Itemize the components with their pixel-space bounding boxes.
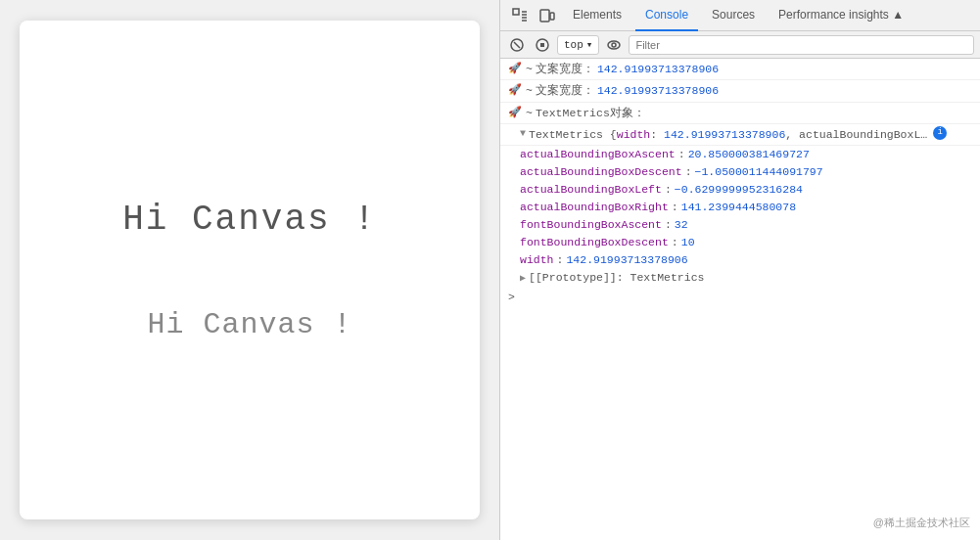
console-object-summary[interactable]: ▼ TextMetrics {width: 142.91993713378906…: [500, 124, 980, 146]
canvas-panel: Hi Canvas ! Hi Canvas !: [0, 0, 499, 540]
inspect-element-icon[interactable]: [508, 4, 532, 27]
device-toggle-icon[interactable]: [536, 4, 559, 27]
rocket-icon-2: 🚀: [508, 82, 522, 99]
prop-actualBoundingBoxLeft: actualBoundingBoxLeft : −0.6299999952316…: [520, 181, 980, 199]
watermark: @稀土掘金技术社区: [873, 516, 970, 530]
prop-width: width : 142.91993713378906: [520, 251, 980, 269]
rocket-icon-1: 🚀: [508, 61, 522, 77]
prop-fontBoundingBoxDescent: fontBoundingBoxDescent : 10: [520, 234, 980, 251]
info-icon: i: [933, 126, 947, 140]
prop-fontBoundingBoxAscent: fontBoundingBoxAscent : 32: [520, 216, 980, 234]
prop-actualBoundingBoxAscent: actualBoundingBoxAscent : 20.85000038146…: [520, 146, 980, 163]
canvas-text-2: Hi Canvas !: [147, 308, 351, 341]
object-summary-text: TextMetrics {width: 142.91993713378906, …: [529, 126, 927, 143]
rocket-icon-3: 🚀: [508, 105, 522, 121]
svg-point-11: [608, 41, 620, 49]
eye-icon[interactable]: [603, 34, 625, 56]
stop-icon[interactable]: [532, 34, 553, 56]
filter-input[interactable]: [629, 35, 974, 55]
console-log-line-3-header: 🚀 ~ TextMetrics对象：: [500, 103, 980, 124]
clear-console-icon[interactable]: [506, 34, 528, 56]
context-selector[interactable]: top ▾: [557, 35, 599, 55]
devtools-panel: Elements Console Sources Performance ins…: [499, 0, 980, 540]
canvas-text-1: Hi Canvas !: [122, 200, 377, 240]
console-log-line-1: 🚀 ~ 文案宽度： 142.91993713378906: [500, 59, 980, 80]
context-label: top: [564, 39, 583, 51]
tab-performance[interactable]: Performance insights ▲: [769, 0, 913, 31]
prop-actualBoundingBoxRight: actualBoundingBoxRight : 141.23994445800…: [520, 199, 980, 216]
tab-console[interactable]: Console: [635, 0, 698, 31]
console-log-line-2: 🚀 ~ 文案宽度： 142.91993713378906: [500, 80, 980, 102]
object-properties: actualBoundingBoxAscent : 20.85000038146…: [500, 146, 980, 287]
console-output: 🚀 ~ 文案宽度： 142.91993713378906 🚀 ~ 文案宽度： 1…: [500, 59, 980, 540]
console-toolbar: top ▾: [500, 31, 980, 59]
prop-prototype[interactable]: ▶ [[Prototype]]: TextMetrics: [520, 269, 980, 287]
svg-line-8: [514, 42, 520, 48]
prompt-chevron-icon: >: [508, 291, 515, 303]
devtools-tabs-bar: Elements Console Sources Performance ins…: [500, 0, 980, 31]
svg-rect-10: [540, 43, 544, 47]
tab-sources[interactable]: Sources: [702, 0, 765, 31]
tab-elements[interactable]: Elements: [563, 0, 631, 31]
prototype-label: [[Prototype]]: TextMetrics: [529, 269, 704, 286]
svg-rect-0: [513, 9, 519, 15]
prop-actualBoundingBoxDescent: actualBoundingBoxDescent : −1.0500011444…: [520, 163, 980, 181]
canvas-container: Hi Canvas ! Hi Canvas !: [20, 21, 480, 519]
svg-point-12: [612, 43, 616, 47]
expand-arrow-prototype: ▶: [520, 271, 526, 286]
console-prompt: >: [500, 287, 980, 307]
svg-rect-6: [550, 13, 554, 20]
expand-arrow-icon: ▼: [520, 126, 526, 141]
chevron-down-icon: ▾: [586, 38, 593, 51]
svg-rect-5: [540, 10, 549, 22]
